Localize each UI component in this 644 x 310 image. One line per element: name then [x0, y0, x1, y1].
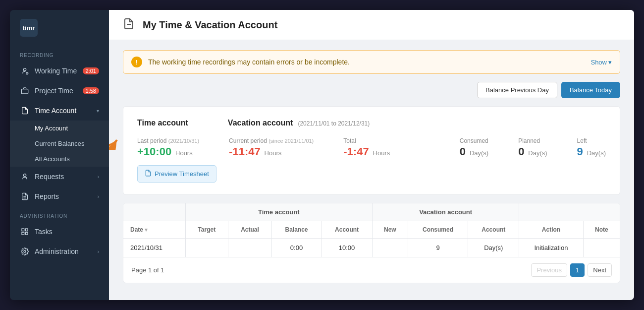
sidebar-item-tasks[interactable]: Tasks — [10, 222, 109, 242]
current-period-value: -11:47 — [229, 145, 261, 158]
col-actual: Actual — [228, 221, 272, 239]
table-row: 2021/10/31 0:00 10:00 9 Day(s) Initializ… — [123, 239, 620, 257]
col-note: Note — [583, 221, 620, 239]
previous-page-button[interactable]: Previous — [531, 263, 567, 277]
sidebar-sub-all-accounts[interactable]: All Accounts — [10, 151, 109, 167]
page-header-icon — [123, 18, 137, 32]
preview-icon — [145, 170, 152, 178]
tasks-icon — [20, 227, 30, 237]
time-account-label: Time Account — [35, 107, 76, 115]
consumed-metric: Consumed 0 Day(s) — [460, 137, 488, 158]
pagination: Previous 1 Next — [531, 263, 612, 277]
col-target: Target — [185, 221, 228, 239]
logo-area: timr — [10, 10, 109, 46]
col-account-time: Account — [322, 221, 373, 239]
user-clock-icon — [20, 66, 30, 76]
administration-chevron-icon: › — [98, 249, 99, 254]
cell-date: 2021/10/31 — [123, 239, 185, 257]
reports-chevron-icon: › — [98, 194, 99, 199]
sidebar-sub-my-account[interactable]: My Account — [10, 121, 109, 136]
logo: timr — [20, 19, 38, 37]
table-col-header-row: Date ▾ Target Actual Balance Account New… — [123, 221, 620, 239]
page-1-button[interactable]: 1 — [570, 263, 585, 277]
page-title: My Time & Vacation Account — [143, 19, 277, 31]
alert-banner: ! The working time recordings may contai… — [123, 50, 620, 74]
page-header: My Time & Vacation Account — [109, 10, 634, 40]
reports-label: Reports — [35, 192, 59, 200]
content-area: ! The working time recordings may contai… — [109, 40, 634, 300]
recording-section-label: RECORDING — [10, 46, 109, 61]
consumed-unit: Day(s) — [470, 149, 488, 157]
col-balance: Balance — [271, 221, 321, 239]
total-metric: Total -1:47 Hours — [343, 137, 390, 158]
account-summary-header: Time account Vacation account (2021/11/0… — [137, 119, 606, 127]
balance-buttons: Balance Previous Day Balance Today — [123, 82, 620, 98]
main-content: My Time & Vacation Account ! The working… — [109, 10, 634, 300]
tasks-label: Tasks — [35, 228, 53, 236]
svg-rect-7 — [25, 229, 28, 231]
sidebar-item-working-time[interactable]: Working Time 2:01 — [10, 61, 109, 81]
balance-previous-day-button[interactable]: Balance Previous Day — [477, 82, 557, 98]
cell-new — [373, 239, 408, 257]
last-period-unit: Hours — [175, 149, 193, 157]
left-unit: Day(s) — [587, 149, 606, 157]
requests-icon — [20, 172, 30, 182]
file-icon — [20, 106, 30, 116]
sidebar-item-requests[interactable]: Requests › — [10, 167, 109, 186]
total-value: -1:47 — [343, 145, 369, 158]
alert-text: The working time recordings may contain … — [148, 58, 590, 66]
sidebar-sub-current-balances[interactable]: Current Balances — [10, 136, 109, 151]
cell-account-time: 10:00 — [322, 239, 373, 257]
data-table: Time account Vacation account Date ▾ Tar… — [123, 203, 620, 257]
briefcase-icon — [20, 86, 30, 96]
project-time-label: Project Time — [35, 87, 73, 95]
sidebar-item-time-account[interactable]: Time Account ▾ — [10, 101, 109, 121]
col-new: New — [373, 221, 408, 239]
svg-rect-2 — [21, 89, 28, 94]
working-time-label: Working Time — [35, 67, 77, 75]
my-account-label: My Account — [35, 124, 68, 132]
svg-point-10 — [24, 250, 26, 252]
gear-icon — [20, 247, 30, 256]
data-table-card: Time account Vacation account Date ▾ Tar… — [123, 203, 620, 283]
spacer — [420, 137, 430, 158]
alert-show-button[interactable]: Show ▾ — [590, 59, 612, 66]
total-unit: Hours — [373, 149, 390, 157]
svg-point-0 — [23, 68, 26, 71]
admin-section-label: ADMINISTRATION — [10, 206, 109, 222]
svg-rect-6 — [22, 229, 24, 231]
col-consumed: Consumed — [408, 221, 468, 239]
current-period-unit: Hours — [265, 149, 282, 157]
chevron-down-icon: ▾ — [608, 59, 612, 66]
consumed-value: 0 — [460, 145, 466, 158]
all-accounts-label: All Accounts — [35, 155, 70, 163]
table-body: 2021/10/31 0:00 10:00 9 Day(s) Initializ… — [123, 239, 620, 257]
page-info: Page 1 of 1 — [131, 266, 164, 274]
planned-value: 0 — [518, 145, 524, 158]
sidebar-item-reports[interactable]: Reports › — [10, 186, 109, 206]
col-account-vac: Account — [468, 221, 519, 239]
administration-label: Administration — [35, 248, 79, 255]
left-value: 9 — [577, 145, 583, 158]
planned-metric: Planned 0 Day(s) — [518, 137, 547, 158]
account-summary-card: Time account Vacation account (2021/11/0… — [123, 106, 620, 195]
current-balances-label: Current Balances — [35, 140, 84, 147]
sidebar: timr RECORDING Working Time 2:01 Project… — [10, 10, 109, 300]
next-page-button[interactable]: Next — [588, 263, 612, 277]
group-header-action — [519, 203, 620, 221]
sidebar-item-administration[interactable]: Administration › — [10, 242, 109, 261]
group-header-vacation-account: Vacation account — [373, 203, 519, 221]
cell-action: Initialization — [519, 239, 584, 257]
account-metrics: Last period (2021/10/31) +10:00 Hours — [137, 137, 606, 158]
vacation-date-range: (2021/11/01 to 2021/12/31) — [298, 120, 370, 127]
time-account-section-title: Time account — [137, 119, 188, 127]
balance-today-button[interactable]: Balance Today — [561, 82, 620, 98]
current-period-metric: Current period (since 2021/11/01) -11:47… — [229, 137, 314, 158]
table-group-header-row: Time account Vacation account — [123, 203, 620, 221]
svg-rect-8 — [25, 232, 28, 235]
group-header-time-account: Time account — [185, 203, 372, 221]
preview-timesheet-button[interactable]: Preview Timesheet — [137, 165, 216, 183]
requests-chevron-icon: › — [98, 174, 99, 180]
cell-balance: 0:00 — [271, 239, 321, 257]
sidebar-item-project-time[interactable]: Project Time 1:58 — [10, 81, 109, 101]
